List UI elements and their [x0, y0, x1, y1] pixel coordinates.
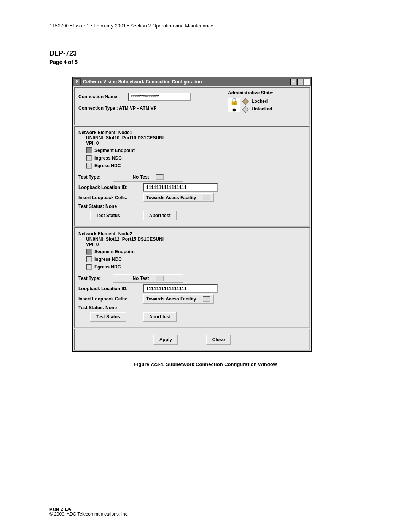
dropdown-handle-icon — [203, 296, 210, 302]
connection-panel: Connection Name : **************** Conne… — [74, 87, 310, 125]
page-footer: Page 2-136 © 2000, ADC Telecommunication… — [49, 505, 362, 517]
node2-testtype-dropdown[interactable]: No Test — [113, 274, 183, 283]
maximize-button[interactable] — [297, 79, 303, 85]
lock-icon: 🔓✱ — [228, 98, 240, 112]
conn-name-label: Connection Name : — [78, 94, 128, 99]
node2-testtype-label: Test Type: — [78, 276, 113, 281]
node1-ingress-check[interactable] — [86, 155, 92, 161]
figure-caption: Figure 723-4. Subnetwork Connection Conf… — [49, 361, 362, 367]
sysmenu-icon[interactable]: X — [74, 78, 81, 85]
node2-ingress-label: Ingress NDC — [94, 257, 122, 262]
node1-panel: Network Element: Node1 UNI/NNI: Slot10_P… — [74, 126, 310, 227]
conn-type-label: Connection Type : ATM VP - ATM VP — [78, 105, 157, 111]
node2-seg-label: Segment Endpoint — [94, 249, 135, 254]
node2-panel: Network Element: Node2 UNI/NNI: Slot12_P… — [74, 227, 310, 328]
config-window: X Cellworx Vision Subnetwork Connection … — [72, 77, 312, 352]
footer-copyright: © 2000, ADC Telecommunications, Inc. — [49, 511, 362, 517]
admin-state-label: Administrative State: — [228, 90, 304, 96]
node2-loopback-label: Loopback Location ID: — [78, 286, 143, 291]
dropdown-handle-icon — [156, 276, 164, 281]
apply-button[interactable]: Apply — [153, 335, 178, 345]
node2-insert-dropdown[interactable]: Towards Acess Facility — [143, 294, 214, 304]
node1-loopback-label: Loopback Location ID: — [78, 185, 143, 190]
close-button[interactable]: Close — [206, 335, 231, 345]
dlp-code: DLP-723 — [49, 50, 362, 58]
footer-page: Page 2-136 — [49, 507, 362, 511]
node1-vpi: VPI: 0 — [86, 141, 306, 146]
node1-seg-label: Segment Endpoint — [94, 148, 135, 153]
node1-egress-label: Egress NDC — [94, 163, 121, 168]
node2-ingress-check[interactable] — [86, 256, 92, 262]
node2-abort-button[interactable]: Abort test — [143, 312, 177, 322]
node2-loopback-field[interactable]: 1111111111111111 — [143, 284, 218, 293]
node1-testtype-value: No Test — [132, 174, 149, 180]
node2-ne: Network Element: Node2 — [78, 231, 306, 236]
node1-insert-value: Towards Acess Facility — [146, 195, 196, 200]
node2-egress-label: Egress NDC — [94, 264, 121, 270]
node2-testtype-value: No Test — [132, 276, 149, 281]
locked-label: Locked — [252, 99, 268, 104]
node2-teststatus-button[interactable]: Test Status — [90, 312, 126, 322]
node1-testtype-dropdown[interactable]: No Test — [113, 173, 183, 182]
node1-teststatus-text: Test Status: None — [78, 204, 117, 209]
page-of: Page 4 of 5 — [49, 59, 362, 65]
unlocked-label: Unlocked — [252, 106, 272, 112]
conn-name-field[interactable]: **************** — [128, 93, 191, 101]
unlocked-radio[interactable] — [242, 106, 249, 113]
node1-loopback-field[interactable]: 1111111111111111 — [143, 183, 218, 192]
node1-abort-button[interactable]: Abort test — [143, 211, 177, 220]
node1-ingress-label: Ingress NDC — [94, 155, 122, 161]
dropdown-handle-icon — [156, 174, 164, 180]
node2-seg-check[interactable] — [86, 249, 92, 255]
node2-teststatus-text: Test Status: None — [78, 305, 117, 310]
node1-ne: Network Element: Node1 — [78, 130, 306, 135]
close-window-button[interactable]: X — [304, 79, 310, 85]
node1-teststatus-button[interactable]: Test Status — [90, 211, 126, 220]
dropdown-handle-icon — [203, 195, 210, 200]
node2-insert-value: Towards Acess Facility — [146, 296, 196, 302]
node2-uni: UNI/NNI: Slot12_Port15 DS1CESUNI — [86, 236, 306, 242]
locked-radio[interactable] — [242, 98, 249, 105]
node1-insert-label: Insert Loopback Cells: — [78, 195, 143, 200]
window-title: Cellworx Vision Subnetwork Connection Co… — [83, 79, 202, 85]
node2-vpi: VPI: 0 — [86, 242, 306, 247]
node1-seg-check[interactable] — [86, 147, 92, 153]
action-bar: Apply Close — [74, 329, 310, 351]
node1-testtype-label: Test Type: — [78, 174, 113, 180]
node1-insert-dropdown[interactable]: Towards Acess Facility — [143, 193, 214, 202]
doc-header: 1152700 • Issue 1 • February 2001 • Sect… — [49, 23, 362, 30]
node2-insert-label: Insert Loopback Cells: — [78, 296, 143, 302]
node1-egress-check[interactable] — [86, 163, 92, 169]
node1-uni: UNI/NNI: Slot10_Port10 DS1CESUNI — [86, 135, 306, 141]
node2-egress-check[interactable] — [86, 264, 92, 270]
titlebar[interactable]: X Cellworx Vision Subnetwork Connection … — [73, 77, 311, 86]
minimize-button[interactable]: – — [290, 79, 296, 85]
